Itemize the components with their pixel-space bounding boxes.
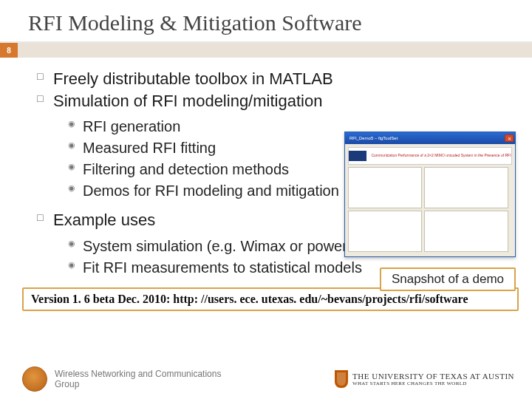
ut-austin-block: THE UNIVERSITY OF TEXAS AT AUSTIN WHAT S… <box>335 370 514 388</box>
wncg-text: Wireless Networking and Communications G… <box>55 369 221 390</box>
demo-panel <box>348 167 422 208</box>
slide-body: Freely distributable toolbox in MATLAB S… <box>0 58 532 279</box>
demo-header-text: Communication Performance of a 2×2 MIMO … <box>371 154 511 158</box>
page-strip: 8 <box>0 43 532 58</box>
snapshot-caption-text: Snapshot of a demo <box>392 272 504 286</box>
ut-shield-icon <box>335 370 348 388</box>
demo-panel-grid <box>348 167 512 252</box>
demo-window-titlebar: RFI_Demo5 – figToolSet ✕ <box>345 132 515 144</box>
strip-fill <box>18 43 532 58</box>
snapshot-container: RFI_Demo5 – figToolSet ✕ Communication P… <box>344 132 516 257</box>
demo-panel <box>424 167 508 208</box>
demo-screenshot: RFI_Demo5 – figToolSet ✕ Communication P… <box>344 132 516 257</box>
ut-text-block: THE UNIVERSITY OF TEXAS AT AUSTIN WHAT S… <box>352 372 514 386</box>
wncg-line1: Wireless Networking and Communications <box>55 369 221 379</box>
bullet-item: Freely distributable toolbox in MATLAB <box>37 68 513 90</box>
demo-header-panel: Communication Performance of a 2×2 MIMO … <box>348 147 512 165</box>
version-note-text: Version 1. 6 beta Dec. 2010: http: //use… <box>31 293 468 305</box>
title-bar: RFI Modeling & Mitigation Software <box>0 0 532 43</box>
wncg-line2: Group <box>55 379 221 389</box>
slide-footer: Wireless Networking and Communications G… <box>0 366 532 392</box>
ut-line2: WHAT STARTS HERE CHANGES THE WORLD <box>352 381 514 386</box>
page-number-badge: 8 <box>0 43 18 58</box>
snapshot-caption-box: Snapshot of a demo <box>380 267 516 291</box>
slide-title: RFI Modeling & Mitigation Software <box>28 10 532 35</box>
demo-panel <box>424 211 508 252</box>
espl-logo <box>349 151 366 161</box>
demo-window-title: RFI_Demo5 – figToolSet <box>347 136 398 140</box>
ut-line1: THE UNIVERSITY OF TEXAS AT AUSTIN <box>352 372 514 381</box>
bullet-text: Example uses <box>53 211 155 229</box>
bullet-text: Simulation of RFI modeling/mitigation <box>53 92 322 110</box>
wncg-block: Wireless Networking and Communications G… <box>22 366 221 392</box>
close-icon: ✕ <box>505 134 514 142</box>
slide: RFI Modeling & Mitigation Software 8 Fre… <box>0 0 532 399</box>
demo-panel <box>348 211 422 252</box>
wncg-logo-icon <box>22 366 47 392</box>
